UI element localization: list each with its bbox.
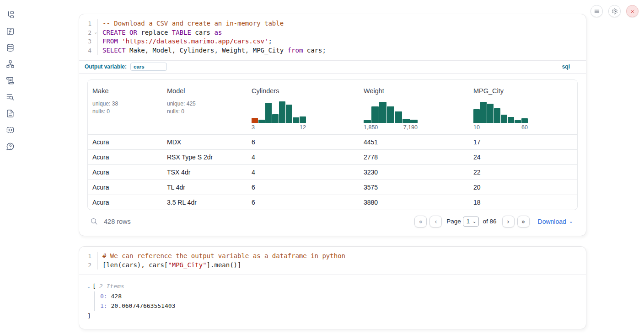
code-line[interactable]: 2⌄CREATE OR replace TABLE cars as xyxy=(79,28,586,37)
histogram-bar xyxy=(480,102,487,123)
column-histogram: 312 xyxy=(252,100,306,131)
histogram-bar xyxy=(258,120,265,123)
window-controls xyxy=(590,5,639,17)
gear-icon xyxy=(612,8,618,15)
snippets-icon[interactable] xyxy=(5,125,15,134)
tree-entries: 0: 4281: 20.060747663551403 xyxy=(94,291,578,311)
language-badge: sql xyxy=(562,63,570,70)
column-histogram: 1,8507,190 xyxy=(364,100,418,131)
column-name[interactable]: MPG_City xyxy=(473,86,573,95)
table-cell: Acura xyxy=(88,153,162,161)
python-editor[interactable]: 1# We can reference the output variable … xyxy=(79,247,586,275)
histogram-bar xyxy=(279,101,285,123)
chevron-down-icon: ⌄ xyxy=(569,219,573,224)
column-name[interactable]: Cylinders xyxy=(252,86,354,95)
table-cell: 6 xyxy=(247,199,359,206)
close-button[interactable] xyxy=(626,5,639,17)
histogram-bar xyxy=(300,116,306,123)
collapse-icon[interactable]: ⌄ xyxy=(87,281,90,291)
code-line[interactable]: 1-- Download a CSV and create an in-memo… xyxy=(79,19,586,28)
line-number: 1 xyxy=(79,19,98,28)
histogram-bar xyxy=(494,108,500,123)
histogram-bar xyxy=(252,118,258,123)
scratchpad-icon[interactable] xyxy=(5,76,15,85)
last-page-button[interactable]: » xyxy=(517,216,530,227)
fold-chevron-icon[interactable]: ⌄ xyxy=(95,28,97,37)
table-cell: TSX 4dr xyxy=(162,169,247,176)
page-select[interactable]: 1 ⌄ xyxy=(463,217,479,227)
histogram-min-label: 10 xyxy=(473,124,480,131)
histogram-min-label: 1,850 xyxy=(364,124,378,131)
table-header: Makeunique: 38nulls: 0Modelunique: 425nu… xyxy=(88,80,577,134)
chevron-down-icon: ⌄ xyxy=(472,219,476,224)
column-stat: unique: 425 xyxy=(167,100,242,108)
close-icon xyxy=(629,8,636,15)
open-bracket: [ xyxy=(92,281,96,291)
file-tree-icon[interactable] xyxy=(5,10,15,19)
database-icon[interactable] xyxy=(5,43,15,52)
pagination: « ‹ Page 1 ⌄ of 86 › » Download xyxy=(412,216,577,227)
table-cell: 22 xyxy=(469,169,577,176)
table-cell: 17 xyxy=(469,138,577,146)
line-number: 2⌄ xyxy=(79,28,98,37)
next-page-icon: › xyxy=(507,218,510,225)
histogram-bar xyxy=(515,120,521,123)
table-cell: 3230 xyxy=(359,169,469,176)
prev-page-button[interactable]: ‹ xyxy=(429,216,442,227)
column-name[interactable]: Make xyxy=(92,86,158,95)
table-cell: 3.5 RL 4dr xyxy=(162,199,247,206)
close-bracket: ] xyxy=(87,311,578,321)
histogram-bar xyxy=(487,104,494,123)
code-line[interactable]: 2[len(cars), cars["MPG_City"].mean()] xyxy=(79,261,586,270)
histogram-bar xyxy=(387,106,394,123)
table-cell: 4 xyxy=(247,169,359,176)
dependency-graph-icon[interactable] xyxy=(5,59,15,69)
documentation-icon[interactable] xyxy=(5,109,15,118)
table-row[interactable]: AcuraTL 4dr6357520 xyxy=(88,180,577,195)
table-row[interactable]: Acura3.5 RL 4dr6388018 xyxy=(88,195,577,210)
histogram-bar xyxy=(402,119,410,123)
column-stat: unique: 38 xyxy=(92,100,158,108)
histogram-bar xyxy=(265,103,272,123)
column-header: Makeunique: 38nulls: 0 xyxy=(88,86,162,134)
table-row[interactable]: AcuraTSX 4dr4323022 xyxy=(88,164,577,180)
histogram-bar xyxy=(286,105,292,123)
code-line[interactable]: 3FROM 'https://datasets.marimo.app/cars.… xyxy=(79,37,586,46)
histogram-max-label: 7,190 xyxy=(403,124,418,131)
column-name[interactable]: Weight xyxy=(364,86,464,95)
next-page-button[interactable]: › xyxy=(502,216,515,227)
histogram-bar xyxy=(379,102,386,123)
sql-editor[interactable]: 1-- Download a CSV and create an in-memo… xyxy=(79,14,586,60)
table-cell: Acura xyxy=(88,138,162,146)
table-row[interactable]: AcuraRSX Type S 2dr4277824 xyxy=(88,149,577,164)
download-button[interactable]: Download ⌄ xyxy=(538,218,573,225)
settings-button[interactable] xyxy=(608,5,621,17)
table-row[interactable]: AcuraMDX6445117 xyxy=(88,134,577,149)
page-label: Page xyxy=(446,218,461,225)
code-line[interactable]: 1# We can reference the output variable … xyxy=(79,252,586,261)
code-line[interactable]: 4SELECT Make, Model, Cylinders, Weight, … xyxy=(79,46,586,55)
first-page-button[interactable]: « xyxy=(414,216,427,227)
line-number: 1 xyxy=(79,252,98,261)
functions-icon[interactable] xyxy=(5,26,15,36)
histogram-bar xyxy=(293,117,299,123)
tree-root: ⌄ [ 2 Items xyxy=(87,281,578,291)
table-cell: 6 xyxy=(247,184,359,191)
logs-icon[interactable] xyxy=(5,92,15,101)
column-name[interactable]: Model xyxy=(167,86,242,95)
data-table: Makeunique: 38nulls: 0Modelunique: 425nu… xyxy=(87,79,578,210)
python-cell-output: ⌄ [ 2 Items 0: 4281: 20.060747663551403 … xyxy=(79,275,586,329)
column-header: Weight1,8507,190 xyxy=(359,86,469,134)
sql-cell-output: Makeunique: 38nulls: 0Modelunique: 425nu… xyxy=(79,73,586,236)
table-cell: TL 4dr xyxy=(162,184,247,191)
output-variable-input[interactable] xyxy=(130,63,167,71)
page-select-value: 1 xyxy=(467,218,470,225)
histogram-bar xyxy=(508,117,514,123)
histogram-bar xyxy=(410,120,418,123)
menu-button[interactable] xyxy=(590,5,603,17)
search-icon[interactable] xyxy=(90,217,98,225)
sql-cell: 1-- Download a CSV and create an in-memo… xyxy=(79,14,586,236)
help-icon[interactable] xyxy=(5,142,15,151)
column-header: MPG_City1060 xyxy=(469,86,577,134)
column-histogram: 1060 xyxy=(473,100,528,131)
